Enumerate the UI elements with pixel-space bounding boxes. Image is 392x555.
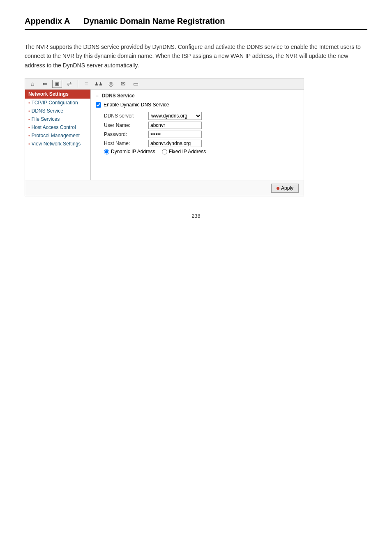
apply-label: Apply [281,185,293,191]
ddns-server-select[interactable]: www.dyndns.org [148,112,202,120]
password-label: Password: [104,131,145,138]
enable-ddns-row: Enable Dynamic DNS Service [96,102,299,108]
mail-icon[interactable]: ✉ [118,80,128,88]
page-title: Appendix A Dynamic Domain Name Registrat… [25,16,367,30]
bullet-fileservices: • [28,117,30,122]
sidebar-item-protocol[interactable]: • Protocol Management [25,131,90,140]
section-title: DDNS Service [102,93,135,99]
enable-ddns-checkbox[interactable] [96,102,101,108]
sidebar-item-fileservices[interactable]: • File Services [25,115,90,123]
fixed-ip-radio[interactable] [162,149,167,154]
page-number: 238 [25,213,367,219]
home-icon[interactable]: ⌂ [28,80,37,88]
apply-button[interactable]: Apply [271,184,299,193]
password-input[interactable] [148,131,202,138]
bullet-viewnetwork: • [28,142,30,146]
sidebar-item-ddns[interactable]: • DDNS Service [25,107,90,115]
dynamic-ip-radio[interactable] [104,149,109,154]
nvr-toolbar: ⌂ ⇐ ▣ ⇄ ≡ ♟♟ ◎ ✉ ▭ [25,78,304,90]
bullet-hostaccess: • [28,125,30,130]
user-name-value [148,122,214,129]
nvr-ui-panel: ⌂ ⇐ ▣ ⇄ ≡ ♟♟ ◎ ✉ ▭ Network Settings • TC… [25,78,304,196]
ddns-server-value: www.dyndns.org [148,112,214,120]
user-name-input[interactable] [148,122,202,129]
apply-row: Apply [25,180,304,196]
camera-icon[interactable]: ◎ [106,80,116,88]
user-name-label: User Name: [104,122,145,129]
back-icon[interactable]: ⇐ [40,80,50,88]
apply-dot-icon [277,187,279,190]
section-header: – DDNS Service [96,93,299,99]
list-icon[interactable]: ≡ [81,80,91,88]
dynamic-ip-option: Dynamic IP Address [104,149,155,154]
fixed-ip-label: Fixed IP Address [169,149,206,154]
nvr-body: Network Settings • TCP/IP Configuration … [25,90,304,180]
toolbar-sep-1 [78,80,78,88]
title-prefix: Appendix A [25,16,70,25]
ddns-server-label: DDNS server: [104,112,145,120]
enable-ddns-label: Enable Dynamic DNS Service [104,102,169,108]
bullet-protocol: • [28,134,30,138]
bullet-ddns: • [28,109,30,113]
users-icon[interactable]: ♟♟ [94,80,104,88]
monitor-icon[interactable]: ▣ [52,80,62,88]
ip-address-row: Dynamic IP Address Fixed IP Address [104,149,299,154]
bullet-tcpip: • [28,101,30,105]
intro-paragraph: The NVR supports the DDNS service provid… [25,42,367,70]
password-value [148,131,214,138]
host-name-input[interactable] [148,140,202,147]
host-name-value [148,140,214,147]
sidebar-header: Network Settings [25,90,90,99]
log-icon[interactable]: ▭ [131,80,141,88]
sidebar-item-hostaccess[interactable]: • Host Access Control [25,123,90,131]
nvr-main-panel: – DDNS Service Enable Dynamic DNS Servic… [91,90,304,180]
ddns-form: DDNS server: www.dyndns.org User Name: P… [104,112,299,147]
sidebar-item-tcpip[interactable]: • TCP/IP Configuration [25,99,90,107]
network-icon[interactable]: ⇄ [65,80,74,88]
title-main: Dynamic Domain Name Registration [83,16,225,25]
fixed-ip-option: Fixed IP Address [162,149,206,154]
dynamic-ip-label: Dynamic IP Address [111,149,155,154]
section-dash: – [96,93,99,99]
nvr-sidebar: Network Settings • TCP/IP Configuration … [25,90,91,180]
sidebar-item-viewnetwork[interactable]: • View Network Settings [25,140,90,148]
host-name-label: Host Name: [104,140,145,147]
